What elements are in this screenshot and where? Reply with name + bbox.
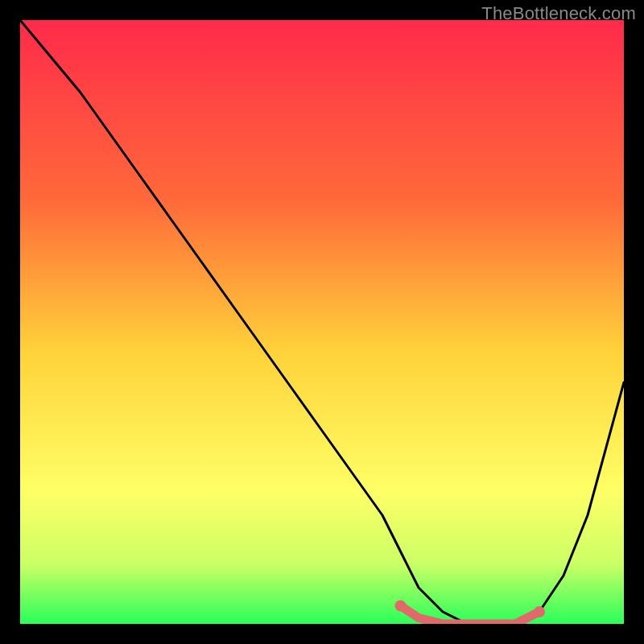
chart-frame: TheBottleneck.com: [0, 0, 644, 644]
gradient-bg: [20, 20, 624, 624]
optimal-start-dot: [395, 601, 407, 612]
chart-plot: [20, 20, 624, 624]
chart-svg: [20, 20, 624, 624]
optimal-end-dot: [534, 606, 545, 617]
